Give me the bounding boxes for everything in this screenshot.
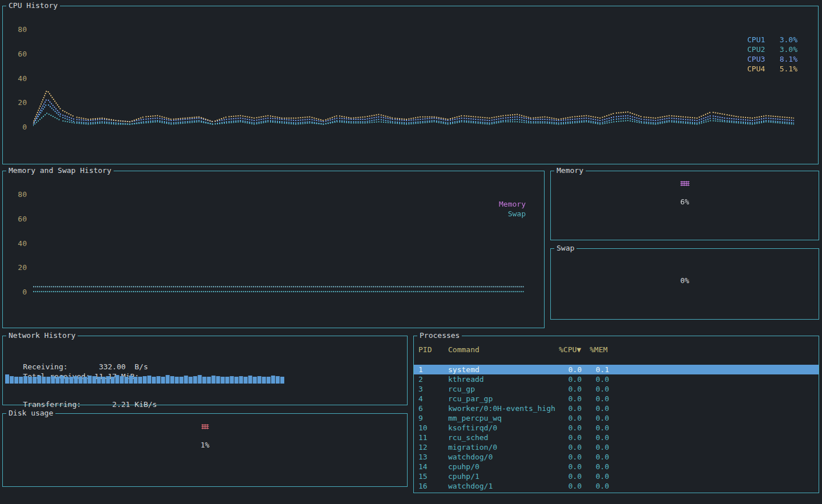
cell-mem: 0.1 [582, 365, 609, 374]
process-row[interactable]: 2kthreadd0.00.0 [414, 374, 819, 384]
cell-cpu: 0.0 [559, 462, 582, 471]
cell-mem: 0.0 [582, 384, 609, 394]
process-row[interactable]: 3rcu_gp0.00.0 [414, 384, 819, 394]
network-history-panel: Network History Receiving: 332.00 B/s To… [2, 336, 408, 405]
disk-usage-title: Disk usage [6, 409, 55, 418]
cell-cpu: 0.0 [559, 365, 582, 374]
cell-pid: 11 [418, 433, 448, 442]
cell-pid: 14 [418, 462, 448, 471]
total-received-line: Total received:11.17 MiB: [5, 363, 139, 372]
memory-gauge: 6% [551, 181, 819, 207]
cell-pid: 16 [418, 481, 448, 491]
axis-tick-60: 60 [10, 50, 27, 59]
cell-cmd: cpuhp/0 [448, 462, 559, 471]
cell-cpu: 0.0 [559, 384, 582, 394]
cell-mem: 0.0 [582, 471, 609, 481]
cell-mem: 0.0 [582, 433, 609, 442]
cell-cmd: mm_percpu_wq [448, 413, 559, 423]
processes-title: Processes [417, 331, 462, 340]
process-row[interactable]: 1systemd0.00.1 [414, 365, 819, 374]
cell-pid: 3 [418, 384, 448, 394]
cell-cmd: watchdog/0 [448, 452, 559, 462]
memory-swap-history-chart [33, 176, 524, 293]
cell-cmd: ksoftirqd/0 [448, 423, 559, 433]
axis-tick-80: 80 [10, 25, 27, 34]
cell-mem: 0.0 [582, 404, 609, 413]
cpu-history-title: CPU History [6, 1, 60, 10]
cell-cmd: rcu_gp [448, 384, 559, 394]
process-row[interactable]: 15cpuhp/10.00.0 [414, 471, 819, 481]
axis-tick-80: 80 [10, 190, 27, 199]
disk-gauge: 1% [3, 424, 407, 450]
column-header-mem[interactable]: %MEM [590, 345, 607, 354]
cell-cmd: kthreadd [448, 374, 559, 384]
cpu-legend-item-cpu4: CPU45.1% [747, 64, 797, 74]
cpu-legend-item-cpu3: CPU38.1% [747, 54, 797, 64]
cell-cpu: 0.0 [559, 374, 582, 384]
memory-usage-dots-icon [680, 181, 690, 186]
axis-tick-40: 40 [10, 74, 27, 83]
memory-title: Memory [554, 166, 586, 175]
cell-cmd: rcu_par_gp [448, 394, 559, 404]
cell-cmd: rcu_sched [448, 433, 559, 442]
cell-cpu: 0.0 [559, 423, 582, 433]
cpu-legend-item-cpu1: CPU13.0% [747, 35, 797, 45]
legend-swap: Swap [499, 209, 526, 219]
cell-mem: 0.0 [582, 452, 609, 462]
cell-mem: 0.0 [582, 423, 609, 433]
cell-pid: 1 [418, 365, 448, 374]
process-row[interactable]: 10ksoftirqd/00.00.0 [414, 423, 819, 433]
cell-mem: 0.0 [582, 462, 609, 471]
process-row[interactable]: 4rcu_par_gp0.00.0 [414, 394, 819, 404]
cell-mem: 0.0 [582, 442, 609, 452]
column-header-pid[interactable]: PID [418, 345, 432, 354]
process-row[interactable]: 13watchdog/00.00.0 [414, 452, 819, 462]
axis-tick-0: 0 [10, 288, 27, 297]
process-row[interactable]: 9mm_percpu_wq0.00.0 [414, 413, 819, 423]
cell-pid: 10 [418, 423, 448, 433]
axis-tick-60: 60 [10, 215, 27, 224]
cell-cmd: kworker/0:0H-events_high [448, 404, 559, 413]
cell-mem: 0.0 [582, 413, 609, 423]
cell-mem: 0.0 [582, 374, 609, 384]
swap-percent: 0% [680, 276, 690, 285]
cell-pid: 9 [418, 413, 448, 423]
cell-cpu: 0.0 [559, 404, 582, 413]
process-row[interactable]: 12migration/00.00.0 [414, 442, 819, 452]
memory-percent: 6% [680, 197, 690, 207]
transferring-value: 2.21 KiB/s [94, 400, 157, 409]
disk-percent: 1% [200, 441, 209, 450]
transferring-line: Transferring: 2.21 KiB/s [5, 391, 157, 400]
process-row[interactable]: 14cpuhp/00.00.0 [414, 462, 819, 471]
column-header-command[interactable]: Command [448, 345, 480, 354]
cell-cpu: 0.0 [559, 433, 582, 442]
legend-memory: Memory [499, 199, 526, 209]
cell-mem: 0.0 [582, 481, 609, 491]
processes-panel: Processes PIDCommand%CPU▼%MEM 1systemd0.… [413, 336, 819, 493]
cell-cpu: 0.0 [559, 413, 582, 423]
cell-cmd: systemd [448, 365, 559, 374]
cell-cmd: migration/0 [448, 442, 559, 452]
cell-pid: 4 [418, 394, 448, 404]
cell-cpu: 0.0 [559, 471, 582, 481]
receiving-line: Receiving: 332.00 B/s [5, 353, 148, 362]
cpu-history-chart [33, 11, 794, 128]
disk-usage-panel: Disk usage 1% [2, 413, 408, 487]
cell-pid: 15 [418, 471, 448, 481]
memory-swap-legend: MemorySwap [499, 199, 526, 219]
process-row[interactable]: 16watchdog/10.00.0 [414, 481, 819, 491]
process-row[interactable]: 6kworker/0:0H-events_high0.00.0 [414, 404, 819, 413]
system-monitor-app: { "colors": { "bg": "#1d2126", "border":… [0, 0, 822, 504]
transferring-label: Transferring: [23, 400, 94, 409]
axis-tick-0: 0 [10, 123, 27, 132]
axis-tick-20: 20 [10, 98, 27, 107]
cell-pid: 6 [418, 404, 448, 413]
memory-panel: Memory 6% [550, 171, 819, 240]
cpu-legend-item-cpu2: CPU23.0% [747, 45, 797, 54]
cell-cpu: 0.0 [559, 452, 582, 462]
cpu-history-panel: CPU History 806040200 CPU13.0%CPU23.0%CP… [2, 6, 819, 164]
column-header-cpu[interactable]: %CPU▼ [559, 345, 581, 354]
axis-tick-40: 40 [10, 239, 27, 248]
axis-tick-20: 20 [10, 263, 27, 272]
process-row[interactable]: 11rcu_sched0.00.0 [414, 433, 819, 442]
